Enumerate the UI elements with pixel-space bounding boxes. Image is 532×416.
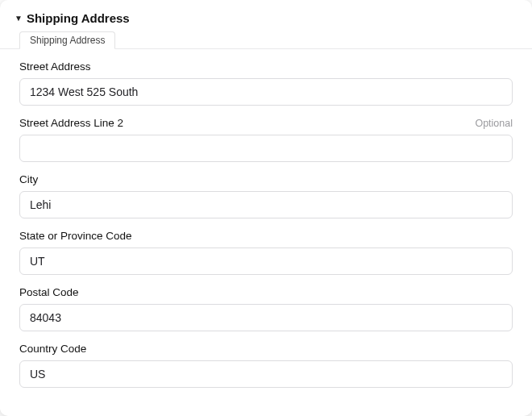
street-address-label: Street Address: [19, 60, 91, 73]
shipping-address-panel: ▼ Shipping Address Shipping Address Stre…: [0, 0, 532, 416]
postal-code-input[interactable]: [19, 304, 513, 331]
tab-bar: Shipping Address: [0, 28, 532, 49]
optional-text: Optional: [475, 118, 513, 129]
section-title: Shipping Address: [27, 11, 130, 25]
street-address-input[interactable]: [19, 78, 513, 106]
section-header[interactable]: ▼ Shipping Address: [0, 8, 532, 30]
field-street-address: Street Address: [19, 60, 513, 106]
field-state: State or Province Code: [19, 230, 513, 275]
tab-shipping-address[interactable]: Shipping Address: [19, 31, 115, 49]
field-city: City: [19, 173, 513, 218]
field-street-address-2: Street Address Line 2 Optional: [19, 117, 513, 162]
city-label: City: [19, 173, 38, 185]
city-input[interactable]: [19, 191, 513, 218]
form-body: Street Address Street Address Line 2 Opt…: [0, 49, 532, 388]
postal-code-label: Postal Code: [19, 286, 79, 298]
field-postal-code: Postal Code: [19, 286, 513, 331]
country-code-input[interactable]: [19, 360, 513, 388]
street-address-2-input[interactable]: [19, 135, 513, 162]
state-label: State or Province Code: [19, 230, 132, 242]
country-code-label: Country Code: [19, 343, 86, 355]
street-address-2-label: Street Address Line 2: [19, 117, 123, 129]
state-input[interactable]: [19, 248, 513, 275]
collapse-arrow-icon: ▼: [15, 15, 23, 23]
field-country-code: Country Code: [19, 343, 513, 388]
